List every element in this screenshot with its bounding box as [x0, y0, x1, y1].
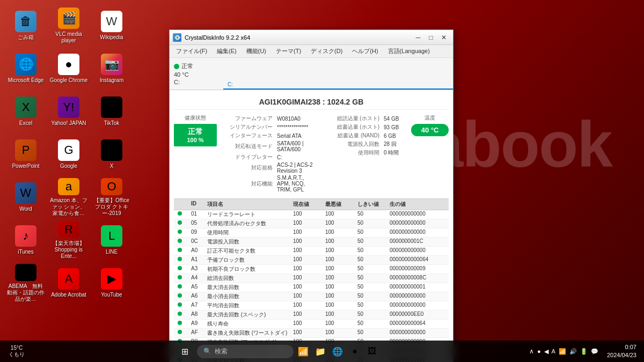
smart-row: A9 残り寿命 100 100 50 000000000064 [174, 320, 449, 329]
menu-language[interactable]: 言語(Language) [384, 46, 434, 56]
menu-file[interactable]: ファイル(F) [172, 46, 211, 56]
instagram-icon: 📷 [101, 54, 122, 75]
disk-tab[interactable]: C: [223, 58, 453, 90]
smart-current: 100 [291, 228, 323, 237]
smart-raw: 000000000000 [387, 329, 447, 337]
desktop-icon-x[interactable]: 𝕏 X [90, 133, 133, 176]
smart-worst: 100 [323, 256, 355, 264]
window-title: CrystalDiskInfo 9.2.2 x64 [185, 34, 250, 41]
smart-row: A1 予備ブロック数 100 100 50 0000000000064 [174, 256, 449, 265]
maximize-button[interactable]: □ [425, 32, 437, 43]
smart-raw: 00000000008C [387, 274, 447, 283]
smart-id: A5 [189, 283, 205, 292]
desktop-icon-office[interactable]: O 【重要】Officeプロダ クトキー-2019 [90, 176, 133, 219]
desktop-icon-line[interactable]: L LINE [90, 219, 133, 262]
office-icon: O [101, 178, 122, 195]
smart-threshold: 50 [355, 274, 387, 283]
desktop-icon-google[interactable]: G Google [47, 133, 90, 176]
taskbar-edge-icon[interactable]: 🌐 [330, 344, 345, 359]
spec-value: W0810A0 [275, 114, 317, 123]
notification-icon[interactable]: 💬 [591, 348, 598, 355]
wikipedia-label: Wikipedia [100, 34, 123, 41]
smart-worst: 100 [323, 238, 355, 246]
smart-name: 最大消去回数 (スペック) [205, 311, 291, 319]
smart-dot-cell [174, 247, 189, 255]
smart-threshold: 50 [355, 320, 387, 328]
desktop-icon-yahoo[interactable]: Y! Yahoo! JAPAN [47, 90, 90, 133]
acrobat-icon: A [58, 268, 79, 290]
smart-current: 100 [291, 247, 323, 255]
content-area: AGI1K0GIMAI238 : 1024.2 GB 健康状態 正常 100 %… [170, 90, 453, 362]
weather-widget[interactable]: 15°C くもり [4, 345, 29, 358]
google-label: Google [60, 163, 77, 169]
desktop-icon-abema[interactable]: ▶ ABEMA 無料動画・話題の作品が楽… [4, 262, 47, 305]
minimize-button[interactable]: ─ [412, 32, 424, 43]
excel-icon: X [15, 97, 36, 118]
powerpoint-label: PowerPoint [12, 163, 39, 169]
desktop-icon-vlc[interactable]: 🎬 VLC media player [47, 4, 90, 47]
taskbar-explorer-icon[interactable]: 📁 [313, 344, 328, 359]
system-clock[interactable]: 0:07 2024/04/23 [604, 343, 640, 360]
search-bar[interactable]: 🔍 検索 [197, 345, 294, 358]
smart-name: 電源投入回数 [205, 238, 291, 246]
spec-row-right: 総読込量 (ホスト)54 GB [321, 114, 407, 123]
menu-theme[interactable]: テーマ(T) [272, 46, 305, 56]
smart-threshold: 50 [355, 256, 387, 264]
desktop-icon-powerpoint[interactable]: P PowerPoint [4, 133, 47, 176]
smart-id: A0 [189, 247, 205, 255]
smart-id: A4 [189, 274, 205, 283]
desktop-icon-youtube[interactable]: ▶ YouTube [90, 262, 133, 305]
disk-drive-letter: C: [174, 79, 180, 85]
taskbar: 15°C くもり ⊞ 🔍 検索 📶 📁 🌐 ● 🖼 [0, 341, 644, 362]
desktop-icon-wikipedia[interactable]: W Wikipedia [90, 4, 133, 47]
desktop-icon-tiktok[interactable]: ♪ TikTok [90, 90, 133, 133]
menu-edit[interactable]: 編集(E) [213, 46, 241, 56]
close-button[interactable]: ✕ [438, 32, 450, 43]
smart-worst: 100 [323, 219, 355, 228]
smart-id: A8 [189, 311, 205, 319]
smart-row: 05 代替処理済みのセクタ数 100 100 50 000000000000 [174, 219, 449, 228]
menu-disk[interactable]: ディスク(D) [306, 46, 347, 56]
smart-raw: 000000000000 [387, 210, 447, 219]
desktop-icon-chrome[interactable]: ● Google Chrome [47, 47, 90, 90]
menu-function[interactable]: 機能(U) [242, 46, 270, 56]
desktop-icon-instagram[interactable]: 📷 Instagram [90, 47, 133, 90]
menu-help[interactable]: ヘルプ(H) [348, 46, 382, 56]
disk-tab-label: C: [223, 80, 237, 90]
smart-name: リードエラーレート [205, 210, 291, 219]
smart-raw: 000000000064 [387, 320, 447, 328]
smart-threshold: 50 [355, 228, 387, 237]
spec-key-right: 総書込量 (ホスト) [321, 123, 382, 131]
desktop-icon-recycle[interactable]: 🗑 ごみ箱 [4, 4, 47, 47]
smart-worst: 100 [323, 283, 355, 292]
taskbar-chrome-icon[interactable]: ● [347, 344, 362, 359]
spec-row: シリアルナンバー*************** [221, 123, 317, 131]
smart-current: 100 [291, 320, 323, 328]
smart-row: A5 最大消去回数 100 100 50 000000000001 [174, 283, 449, 292]
smart-table-header: ID 項目名 現在値 最悪値 しきい値 生の値 [174, 198, 449, 210]
desktop-icon-excel[interactable]: X Excel [4, 90, 47, 133]
start-button[interactable]: ⊞ [175, 342, 195, 361]
health-status: 正常 100 % [174, 124, 217, 146]
smart-row: 01 リードエラーレート 100 100 50 000000000000 [174, 210, 449, 219]
taskbar-network-icon[interactable]: 📶 [296, 344, 311, 359]
smart-current: 100 [291, 219, 323, 228]
desktop-icon-itunes[interactable]: ♪ iTunes [4, 219, 47, 262]
smart-worst: 100 [323, 210, 355, 219]
chevron-up-icon[interactable]: ∧ [529, 348, 534, 355]
desktop-icon-acrobat[interactable]: A Adobe Acrobat [47, 262, 90, 305]
desktop-icon-rakuten[interactable]: R 【楽天市場】Shopping is Ente... [47, 219, 90, 262]
desktop-icon-edge[interactable]: 🌐 Microsoft Edge [4, 47, 47, 90]
smart-threshold: 50 [355, 329, 387, 337]
taskbar-photos-icon[interactable]: 🖼 [364, 344, 379, 359]
smart-raw: 0000000001C [387, 238, 447, 246]
spec-value: SATA/600 | SATA/600 [275, 140, 317, 153]
amazon-label: Amazon 本、ファッ ション、家電から食… [49, 197, 88, 217]
google-icon: G [58, 139, 79, 161]
smart-raw: 000000000009 [387, 265, 447, 274]
desktop-icon-amazon[interactable]: a Amazon 本、ファッ ション、家電から食… [47, 176, 90, 219]
desktop-icon-word[interactable]: W Word [4, 176, 47, 219]
smart-dot-cell [174, 311, 189, 319]
system-tray-icons: ∧ ● ◀ A 📶 🔊 🔋 💬 [526, 348, 602, 355]
smart-id: 0C [189, 238, 205, 246]
